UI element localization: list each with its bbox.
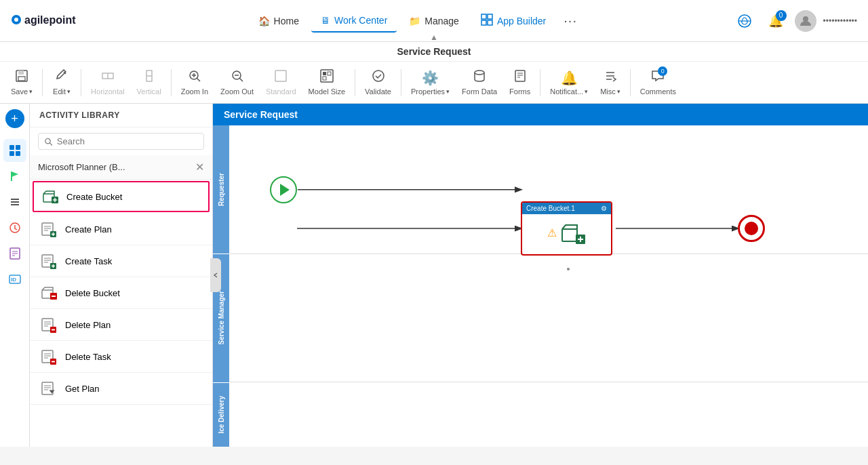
manage-icon: 📁 xyxy=(409,16,420,26)
sidebar-grid-button[interactable] xyxy=(3,139,26,162)
toolbar-modelsize[interactable]: Model Size xyxy=(303,66,351,98)
svg-rect-4 xyxy=(488,14,492,19)
sidebar-clock-button[interactable] xyxy=(3,216,26,239)
task-node-header: Create Bucket.1 ⚙ xyxy=(522,203,611,214)
activity-item-create-plan[interactable]: Create Plan xyxy=(30,214,212,245)
sidebar-form-button[interactable] xyxy=(3,242,26,265)
standard-label: Standard xyxy=(266,87,296,96)
end-node[interactable] xyxy=(738,215,765,242)
toolbar-vertical: Vertical xyxy=(132,66,167,98)
formdata-icon xyxy=(473,69,486,86)
modelsize-icon xyxy=(320,69,334,86)
get-plan-icon xyxy=(39,379,58,398)
activity-list: Create Bucket Create Plan xyxy=(30,180,212,447)
sidebar-id-button[interactable]: ID xyxy=(3,268,26,291)
sidebar-flag-button[interactable] xyxy=(3,165,26,188)
toolbar-formdata[interactable]: Form Data xyxy=(456,66,502,98)
activity-item-create-task[interactable]: Create Task xyxy=(30,245,212,277)
zoomout-label: Zoom Out xyxy=(220,87,254,96)
toolbar-forms[interactable]: Forms xyxy=(504,66,536,98)
formdata-label: Form Data xyxy=(462,87,497,96)
delete-bucket-icon xyxy=(39,283,58,302)
validate-label: Validate xyxy=(365,87,391,96)
create-task-label: Create Task xyxy=(65,256,112,266)
create-bucket-label: Create Bucket xyxy=(66,192,122,202)
comments-label: Comments xyxy=(640,87,676,96)
svg-point-28 xyxy=(373,70,384,81)
svg-line-17 xyxy=(197,79,200,82)
nav-appbuilder[interactable]: App Builder xyxy=(471,8,555,33)
forms-label: Forms xyxy=(509,87,530,96)
nav-items: 🏠 Home 🖥 Work Center 📁 Manage App Builde… xyxy=(99,8,732,33)
swimlane-servicemanager xyxy=(229,254,868,383)
search-input[interactable] xyxy=(57,136,198,146)
logo: agilepoint xyxy=(11,7,99,34)
toolbar-notifications[interactable]: 🔔 Notificat... ▾ xyxy=(545,67,593,98)
toolbar-comments[interactable]: 0 Comments xyxy=(635,66,682,98)
svg-rect-3 xyxy=(481,14,486,19)
swimlane-icedelivery xyxy=(229,382,868,447)
toolbar-properties[interactable]: ⚙️ Properties ▾ xyxy=(406,67,455,98)
svg-rect-37 xyxy=(16,151,20,156)
standard-icon xyxy=(274,69,288,86)
workcenter-icon: 🖥 xyxy=(321,15,330,26)
toolbar-validate[interactable]: Validate xyxy=(359,66,397,98)
ai-button[interactable] xyxy=(732,9,757,33)
end-node-inner xyxy=(745,222,758,235)
misc-icon xyxy=(604,69,617,86)
forms-icon xyxy=(513,69,527,86)
title-bar: ▲ Service Request xyxy=(0,42,868,62)
swimlane-requester-label: Requester xyxy=(213,125,229,254)
zoomout-icon xyxy=(231,69,244,86)
search-box[interactable] xyxy=(38,133,204,150)
task-node-gear-icon[interactable]: ⚙ xyxy=(601,205,607,212)
ms-planner-label: Microsoft Planner (B... xyxy=(38,162,125,172)
start-node[interactable] xyxy=(270,176,297,203)
activity-library-title: ACTIVITY LIBRARY xyxy=(39,110,120,120)
toolbar-save[interactable]: Save ▾ xyxy=(5,66,38,98)
delete-bucket-label: Delete Bucket xyxy=(65,288,120,298)
get-plan-label: Get Plan xyxy=(65,384,100,394)
chevron-up-icon[interactable]: ▲ xyxy=(430,33,438,42)
modelsize-label: Model Size xyxy=(309,87,345,96)
create-task-icon xyxy=(39,251,58,270)
nav-more-button[interactable]: ··· xyxy=(558,10,583,31)
canvas-header: Service Request xyxy=(213,104,868,125)
nav-manage[interactable]: 📁 Manage xyxy=(399,10,469,32)
task-node-label: Create Bucket.1 xyxy=(526,205,575,212)
create-plan-label: Create Plan xyxy=(65,224,112,235)
toolbar-zoomin[interactable]: Zoom In xyxy=(176,66,214,98)
nav-manage-label: Manage xyxy=(425,16,459,26)
nav-home[interactable]: 🏠 Home xyxy=(249,10,309,32)
validate-icon xyxy=(372,69,385,86)
save-arrow: ▾ xyxy=(29,88,33,95)
canvas-title: Service Request xyxy=(224,109,298,120)
main-layout: + ID ACTIVITY LIBRARY Micro xyxy=(0,104,868,447)
activity-item-delete-task[interactable]: Delete Task xyxy=(30,341,212,373)
activity-item-delete-bucket[interactable]: Delete Bucket xyxy=(30,277,212,309)
horizontal-label: Horizontal xyxy=(91,87,125,96)
toolbar-misc[interactable]: Misc ▾ xyxy=(595,66,626,98)
delete-plan-label: Delete Plan xyxy=(65,320,111,330)
sidebar-icons: + ID xyxy=(0,104,30,447)
add-button[interactable]: + xyxy=(5,109,24,128)
canvas-area: Service Request Requester Service Manage… xyxy=(213,104,868,447)
close-panel-button[interactable]: ✕ xyxy=(195,161,204,174)
create-plan-icon xyxy=(39,220,58,239)
svg-rect-36 xyxy=(9,151,14,156)
nav-workcenter[interactable]: 🖥 Work Center xyxy=(311,9,397,33)
svg-point-29 xyxy=(475,70,484,75)
toolbar-edit[interactable]: Edit ▾ xyxy=(47,66,77,98)
task-node-create-bucket[interactable]: Create Bucket.1 ⚙ ⚠ xyxy=(521,201,612,256)
activity-item-delete-plan[interactable]: Delete Plan xyxy=(30,309,212,341)
canvas-drawing-area[interactable]: Create Bucket.1 ⚙ ⚠ xyxy=(229,125,868,447)
zoomin-label: Zoom In xyxy=(181,87,208,96)
notifications-button[interactable]: 🔔 0 xyxy=(764,9,788,33)
activity-item-get-plan[interactable]: Get Plan xyxy=(30,373,212,405)
toolbar-standard: Standard xyxy=(260,66,302,98)
sidebar-list-button[interactable] xyxy=(3,190,26,214)
vertical-label: Vertical xyxy=(137,87,161,96)
toolbar-zoomout[interactable]: Zoom Out xyxy=(215,66,259,98)
collapse-panel-button[interactable] xyxy=(210,258,221,292)
activity-item-create-bucket[interactable]: Create Bucket xyxy=(33,181,210,212)
